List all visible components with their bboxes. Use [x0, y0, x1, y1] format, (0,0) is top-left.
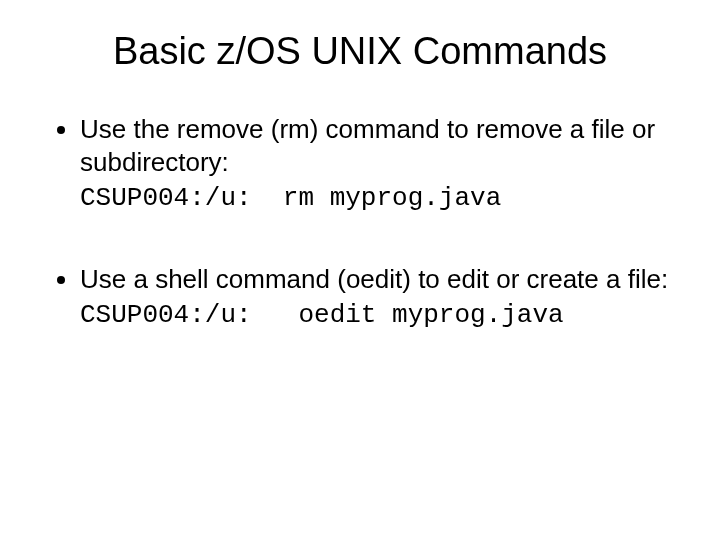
- list-item: Use a shell command (oedit) to edit or c…: [80, 263, 680, 332]
- slide-title: Basic z/OS UNIX Commands: [40, 30, 680, 73]
- command-line: CSUP004:/u: rm myprog.java: [80, 182, 680, 215]
- bullet-text: Use a shell command (oedit) to edit or c…: [80, 263, 680, 296]
- bullet-list: Use the remove (rm) command to remove a …: [40, 113, 680, 332]
- bullet-text: Use the remove (rm) command to remove a …: [80, 113, 680, 178]
- list-item: Use the remove (rm) command to remove a …: [80, 113, 680, 215]
- command-line: CSUP004:/u: oedit myprog.java: [80, 299, 680, 332]
- slide: Basic z/OS UNIX Commands Use the remove …: [0, 0, 720, 540]
